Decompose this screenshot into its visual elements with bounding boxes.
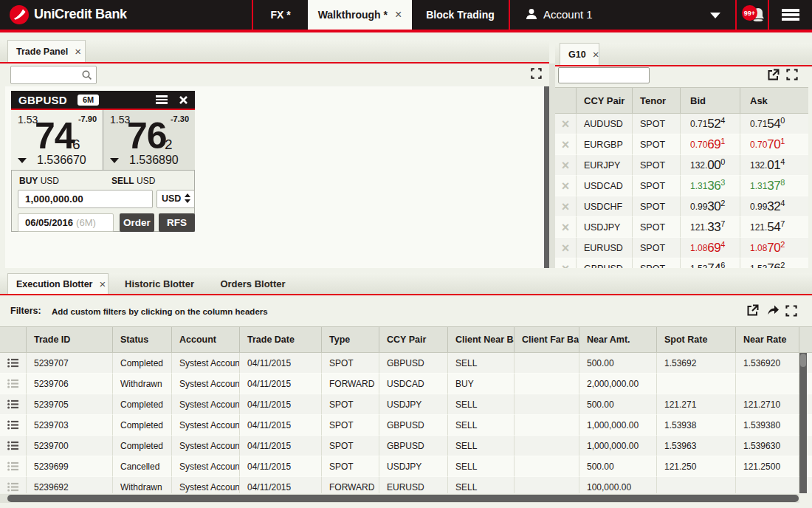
blotter-row[interactable]: 5239692 Withdrawn Systest Account 04/11/… bbox=[0, 477, 812, 493]
expand-icon[interactable] bbox=[786, 69, 798, 80]
col-ccy-pair[interactable]: CCY Pair bbox=[577, 88, 633, 113]
bid-cell[interactable]: 1.31363 bbox=[681, 176, 740, 196]
ask-cell[interactable]: 1.53762 bbox=[740, 258, 808, 268]
popout-icon[interactable] bbox=[747, 304, 759, 316]
blotter-horizontal-scrollbar-thumb[interactable] bbox=[7, 495, 799, 502]
remove-row-icon[interactable]: × bbox=[562, 241, 570, 255]
close-tab-icon[interactable]: × bbox=[100, 278, 106, 290]
g10-row[interactable]: × GBPUSD SPOT 1.53746 1.53762 bbox=[555, 258, 808, 268]
g10-row[interactable]: × USDCHF SPOT 0.99302 0.99324 bbox=[555, 196, 808, 217]
bid-points: -7.90 bbox=[78, 114, 97, 123]
header-tab-fx[interactable]: FX * bbox=[252, 0, 308, 30]
col-near-rate[interactable]: Near Rate bbox=[736, 327, 799, 352]
remove-row-icon[interactable]: × bbox=[562, 159, 570, 172]
row-menu-icon[interactable] bbox=[7, 399, 18, 409]
remove-row-icon[interactable]: × bbox=[562, 221, 570, 234]
tile-close-icon[interactable] bbox=[179, 96, 187, 104]
header-tab-walkthrough[interactable]: Walkthrough *× bbox=[308, 0, 412, 30]
blotter-row[interactable]: 5239706 Withdrawn Systest Account 04/11/… bbox=[0, 374, 812, 394]
g10-row[interactable]: × AUDUSD SPOT 0.71524 0.71540 bbox=[555, 114, 808, 134]
ask-cell[interactable]: 121.547 bbox=[740, 217, 808, 238]
g10-row[interactable]: × USDCAD SPOT 1.31363 1.31378 bbox=[555, 176, 808, 196]
bid-cell[interactable]: 0.70691 bbox=[681, 134, 740, 155]
bid-price-button[interactable]: 1.53 -7.90 74 6 1.536670 bbox=[11, 110, 103, 170]
settlement-date-input[interactable]: 06/05/2016(6M) bbox=[18, 213, 114, 232]
col-tenor[interactable]: Tenor bbox=[633, 88, 681, 113]
blotter-vertical-scrollbar[interactable] bbox=[799, 353, 807, 493]
ask-cell[interactable]: 1.08702 bbox=[740, 238, 808, 258]
row-menu-icon[interactable] bbox=[7, 358, 18, 368]
col-bid[interactable]: Bid bbox=[681, 88, 740, 113]
blotter-row[interactable]: 5239707 Completed Systest Account 04/11/… bbox=[0, 353, 812, 374]
remove-row-icon[interactable]: × bbox=[562, 179, 570, 193]
trade-panel-scrollbar[interactable] bbox=[544, 86, 549, 268]
main-header: UniCredit Bank FX * Walkthrough *× Block… bbox=[0, 0, 812, 32]
blotter-vertical-scrollbar-thumb[interactable] bbox=[800, 354, 806, 367]
expand-icon[interactable] bbox=[785, 305, 797, 317]
menu-button[interactable] bbox=[769, 0, 812, 30]
blotter-row[interactable]: 5239703 Completed Systest Account 04/11/… bbox=[0, 415, 812, 436]
bid-cell[interactable]: 0.71524 bbox=[681, 114, 740, 134]
col-client-far-base[interactable]: Client Far Base bbox=[515, 327, 579, 352]
col-trade-id[interactable]: Trade ID bbox=[27, 327, 113, 352]
col-type[interactable]: Type bbox=[322, 327, 379, 352]
expand-icon[interactable] bbox=[531, 68, 542, 79]
row-menu-icon[interactable] bbox=[7, 441, 18, 450]
instrument-search-input[interactable] bbox=[10, 66, 97, 84]
bid-cell[interactable]: 132.000 bbox=[681, 155, 740, 176]
col-ask[interactable]: Ask bbox=[740, 88, 808, 113]
popout-icon[interactable] bbox=[768, 69, 780, 80]
notifications-button[interactable]: 99+ bbox=[737, 0, 769, 30]
blotter-row[interactable]: 5239705 Completed Systest Account 04/11/… bbox=[0, 394, 812, 415]
row-menu-icon[interactable] bbox=[7, 482, 18, 492]
currency-stepper[interactable]: USD bbox=[156, 190, 195, 208]
tab-execution-blotter[interactable]: Execution Blotter× bbox=[7, 273, 109, 294]
col-spot-rate[interactable]: Spot Rate bbox=[657, 327, 736, 352]
tab-orders-blotter[interactable]: Orders Blotter bbox=[210, 273, 295, 294]
g10-row[interactable]: × EURUSD SPOT 1.08694 1.08702 bbox=[555, 238, 808, 258]
tab-trade-panel[interactable]: Trade Panel× bbox=[7, 40, 86, 62]
remove-row-icon[interactable]: × bbox=[562, 138, 570, 151]
row-menu-icon[interactable] bbox=[7, 379, 18, 388]
g10-row[interactable]: × EURJPY SPOT 132.000 132.014 bbox=[555, 155, 808, 176]
bid-cell[interactable]: 1.08694 bbox=[681, 238, 740, 258]
row-menu-icon[interactable] bbox=[7, 461, 18, 471]
ask-cell[interactable]: 0.99324 bbox=[740, 196, 808, 217]
row-menu-icon[interactable] bbox=[7, 420, 18, 430]
col-account[interactable]: Account bbox=[172, 327, 240, 352]
g10-row[interactable]: × USDJPY SPOT 121.337 121.547 bbox=[555, 217, 808, 238]
ask-cell[interactable]: 132.014 bbox=[740, 155, 808, 176]
col-client-near-base[interactable]: Client Near Base bbox=[448, 327, 515, 352]
share-icon[interactable] bbox=[767, 304, 780, 316]
blotter-row[interactable]: 5239700 Completed Systest Account 04/11/… bbox=[0, 436, 812, 456]
close-tab-icon[interactable]: × bbox=[593, 48, 599, 61]
remove-row-icon[interactable]: × bbox=[562, 262, 570, 269]
ask-price-button[interactable]: 1.53 -7.30 76 2 1.536890 bbox=[103, 110, 195, 170]
ask-cell[interactable]: 0.71540 bbox=[740, 114, 808, 134]
header-tab-block-trading[interactable]: Block Trading bbox=[412, 0, 510, 30]
amount-input[interactable]: 1,000,000.00 bbox=[18, 190, 153, 208]
rfs-button[interactable]: RFS bbox=[159, 213, 195, 232]
close-tab-icon[interactable]: × bbox=[75, 45, 81, 58]
tile-menu-icon[interactable] bbox=[156, 94, 168, 106]
blotter-row[interactable]: 5239699 Cancelled Systest Account 04/11/… bbox=[0, 456, 812, 477]
close-tab-icon[interactable]: × bbox=[395, 8, 402, 21]
bid-cell[interactable]: 0.99302 bbox=[681, 196, 740, 217]
tile-tenor-badge[interactable]: 6M bbox=[78, 95, 99, 106]
col-status[interactable]: Status bbox=[113, 327, 172, 352]
g10-row[interactable]: × EURGBP SPOT 0.70691 0.70701 bbox=[555, 134, 808, 155]
ask-cell[interactable]: 1.31378 bbox=[740, 176, 808, 196]
bid-cell[interactable]: 1.53746 bbox=[681, 258, 740, 268]
bid-cell[interactable]: 121.337 bbox=[681, 217, 740, 238]
tab-historic-blotter[interactable]: Historic Blotter bbox=[109, 273, 210, 294]
account-menu[interactable]: Account 1 bbox=[510, 0, 737, 30]
g10-search-input[interactable] bbox=[558, 67, 650, 83]
ask-cell[interactable]: 0.70701 bbox=[740, 134, 808, 155]
col-ccy-pair[interactable]: CCY Pair bbox=[379, 327, 448, 352]
col-near-amt[interactable]: Near Amt. bbox=[579, 327, 657, 352]
order-button[interactable]: Order bbox=[120, 213, 154, 232]
remove-row-icon[interactable]: × bbox=[562, 117, 570, 131]
col-trade-date[interactable]: Trade Date bbox=[240, 327, 322, 352]
remove-row-icon[interactable]: × bbox=[562, 200, 570, 213]
tab-g10[interactable]: G10× bbox=[560, 43, 599, 65]
